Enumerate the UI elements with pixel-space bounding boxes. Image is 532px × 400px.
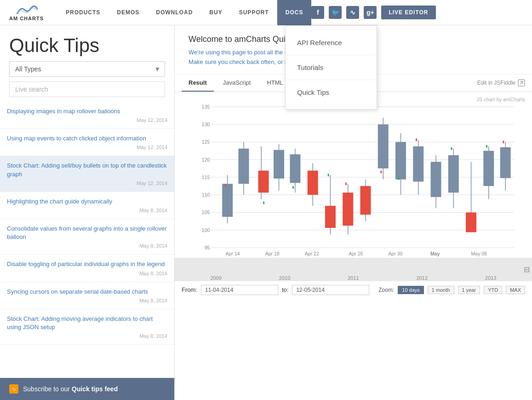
svg-text:May: May xyxy=(430,251,440,256)
svg-rect-40 xyxy=(308,170,318,195)
list-item[interactable]: Using map events to catch clicked object… xyxy=(0,129,174,156)
svg-rect-32 xyxy=(258,170,269,192)
live-editor-button[interactable]: LIVE EDITOR xyxy=(381,6,435,19)
list-item[interactable]: Stock Chart: Adding sell/buy bullets on … xyxy=(0,156,174,191)
zoom-10days[interactable]: 10 days xyxy=(398,286,424,294)
subscribe-text-bold: Quick tips feed xyxy=(72,385,118,393)
svg-rect-69 xyxy=(500,147,511,178)
svg-rect-43 xyxy=(328,174,329,176)
year-2013: 2013 xyxy=(485,275,496,281)
tab-result[interactable]: Result xyxy=(182,75,214,92)
article-title: Displaying images in map rollover balloo… xyxy=(7,107,167,116)
article-title: Highlighting the chart guide dynamically xyxy=(7,197,167,206)
chart-area: JS chart by amCharts 135 130 125 120 115… xyxy=(175,92,532,400)
svg-text:125: 125 xyxy=(202,139,210,145)
svg-rect-54 xyxy=(398,177,400,180)
logo-text: AM CHARTS xyxy=(9,16,44,21)
list-item[interactable]: Consolidate values from several graphs i… xyxy=(0,219,174,255)
logo-icon xyxy=(15,4,38,16)
svg-text:May 08: May 08 xyxy=(471,251,487,256)
article-title: Using map events to catch clicked object… xyxy=(7,134,167,143)
twitter-icon[interactable]: 🐦 xyxy=(329,6,342,19)
svg-rect-67 xyxy=(486,145,487,148)
dropdown-quick-tips[interactable]: Quick Tips xyxy=(286,80,377,104)
list-item[interactable]: Highlighting the chart guide dynamically… xyxy=(0,192,174,219)
rss-icon: ∿ xyxy=(9,384,18,394)
date-range-bar: From: to: Zoom: 10 days 1 month 1 year Y… xyxy=(175,281,532,299)
svg-text:Apr 22: Apr 22 xyxy=(305,251,319,256)
svg-rect-30 xyxy=(239,148,249,184)
from-label: From: xyxy=(182,286,197,293)
date-from-input[interactable] xyxy=(201,285,278,295)
svg-text:120: 120 xyxy=(202,157,210,162)
subscribe-text: Subscribe to our Quick tips feed xyxy=(23,385,118,393)
svg-rect-35 xyxy=(274,150,284,178)
facebook-icon[interactable]: f xyxy=(311,6,324,19)
nav-item-buy[interactable]: BUY xyxy=(201,0,230,25)
zoom-1month[interactable]: 1 month xyxy=(428,286,454,294)
nav-item-products[interactable]: PRODUCTS xyxy=(57,0,109,25)
dropdown-tutorials[interactable]: Tutorials xyxy=(286,55,377,80)
date-to-input[interactable] xyxy=(292,285,369,295)
svg-rect-42 xyxy=(325,206,336,228)
zoom-max[interactable]: MAX xyxy=(506,286,525,294)
svg-rect-59 xyxy=(431,162,441,197)
svg-rect-66 xyxy=(483,151,494,186)
list-item[interactable]: Displaying images in map rollover balloo… xyxy=(0,102,174,129)
svg-rect-53 xyxy=(395,142,406,179)
filter-dropdown[interactable]: All Types xyxy=(9,61,165,77)
year-2011: 2011 xyxy=(348,275,359,281)
jsfiddle-text: Edit in JSFiddle xyxy=(477,80,515,86)
article-title: Disable toggling of particular individua… xyxy=(7,260,167,268)
googleplus-icon[interactable]: g+ xyxy=(364,6,377,19)
page-title: Quick Tips xyxy=(9,35,165,57)
svg-rect-33 xyxy=(263,201,264,204)
timeline-bar[interactable]: 2009 2010 2011 2012 2013 ⊟ xyxy=(175,258,532,281)
list-item[interactable]: Syncing cursors on separate serial date-… xyxy=(0,282,174,309)
svg-rect-50 xyxy=(378,124,389,168)
jsfiddle-icon xyxy=(518,79,525,87)
candlestick-chart: 135 130 125 120 115 110 105 100 xyxy=(175,92,532,258)
timeline-scroll-icon: ⊟ xyxy=(524,265,530,273)
chart-container: Result JavaScript HTML Edit in JSFiddle … xyxy=(175,75,532,400)
svg-rect-45 xyxy=(343,192,353,226)
search-input[interactable] xyxy=(9,81,165,97)
docs-dropdown: API Reference Tutorials Quick Tips xyxy=(285,25,377,110)
article-date: May 12, 2014 xyxy=(7,145,167,150)
zoom-ytd[interactable]: YTD xyxy=(484,286,502,294)
subscribe-bar[interactable]: ∿ Subscribe to our Quick tips feed xyxy=(0,378,174,400)
year-2010: 2010 xyxy=(279,275,290,281)
svg-rect-27 xyxy=(222,184,233,217)
list-item[interactable]: Disable toggling of particular individua… xyxy=(0,255,174,282)
svg-rect-46 xyxy=(345,182,347,185)
svg-text:110: 110 xyxy=(202,192,210,197)
sidebar: Quick Tips All Types ▼ Displaying images… xyxy=(0,25,175,400)
article-title: Consolidate values from several graphs i… xyxy=(7,225,167,241)
article-date: May 8, 2014 xyxy=(7,243,167,249)
svg-rect-51 xyxy=(381,170,382,173)
svg-rect-57 xyxy=(416,138,417,141)
year-2012: 2012 xyxy=(417,275,428,281)
main-content: Quick Tips All Types ▼ Displaying images… xyxy=(0,25,532,400)
jsfiddle-link[interactable]: Edit in JSFiddle xyxy=(477,79,525,87)
svg-text:Apr 18: Apr 18 xyxy=(265,251,280,256)
article-date: May 8, 2014 xyxy=(7,333,167,339)
tab-javascript[interactable]: JavaScript xyxy=(216,75,258,92)
nav-item-docs[interactable]: DOCS xyxy=(277,0,312,25)
svg-rect-70 xyxy=(503,140,504,143)
timeline-years: 2009 2010 2011 2012 2013 xyxy=(175,258,532,281)
article-title: Stock Chart: Adding sell/buy bullets on … xyxy=(7,162,167,178)
logo[interactable]: AM CHARTS xyxy=(9,4,44,21)
nav-item-support[interactable]: SUPPORT xyxy=(231,0,277,25)
zoom-1year[interactable]: 1 year xyxy=(458,286,481,294)
rss-nav-icon[interactable]: ∿ xyxy=(346,6,359,19)
svg-rect-62 xyxy=(451,147,452,150)
nav-item-demos[interactable]: DEMOS xyxy=(109,0,148,25)
article-date: May 8, 2014 xyxy=(7,208,167,213)
article-date: May 12, 2014 xyxy=(7,117,167,123)
svg-text:135: 135 xyxy=(202,104,210,109)
article-date: May 8, 2014 xyxy=(7,298,167,303)
dropdown-api-reference[interactable]: API Reference xyxy=(286,30,377,55)
list-item[interactable]: Stock Chart: Adding moving average indic… xyxy=(0,309,174,345)
nav-item-download[interactable]: DOWNLOAD xyxy=(148,0,201,25)
